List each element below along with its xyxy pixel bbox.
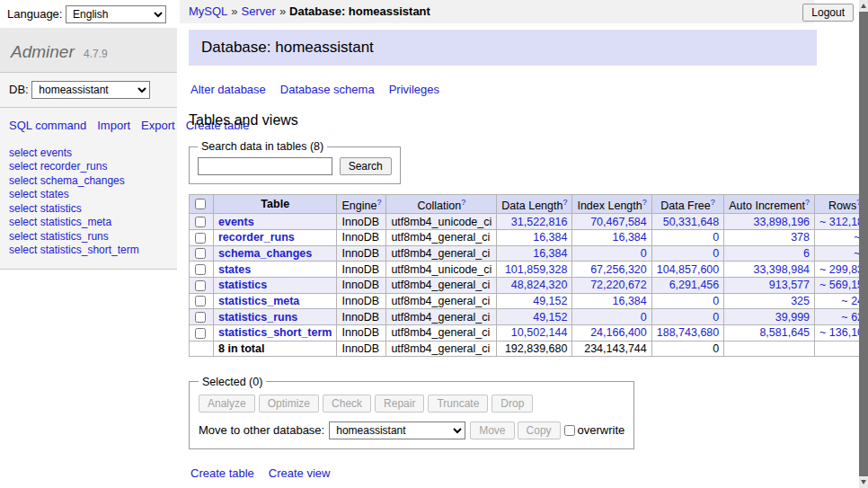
link-import[interactable]: Import	[97, 119, 130, 132]
help-icon[interactable]: ?	[805, 198, 810, 207]
index-length-link[interactable]: 16,384	[613, 295, 647, 307]
language-select[interactable]: English	[66, 5, 166, 23]
analyze-button[interactable]: Analyze	[199, 395, 255, 413]
data-length-link[interactable]: 101,859,328	[505, 263, 568, 276]
drop-button[interactable]: Drop	[492, 395, 533, 413]
data-free-link[interactable]: 50,331,648	[663, 216, 720, 228]
search-button[interactable]: Search	[340, 157, 392, 175]
data-length-link[interactable]: 49,152	[533, 311, 567, 324]
table-name-link[interactable]: events	[40, 146, 72, 159]
auto-increment-link[interactable]: 33,398,984	[753, 263, 810, 276]
link-sql-command[interactable]: SQL command	[9, 119, 86, 132]
auto-increment-link[interactable]: 913,577	[769, 279, 810, 291]
auto-increment-link[interactable]: 8,581,645	[759, 326, 810, 339]
link-create-table[interactable]: Create table	[190, 466, 254, 480]
link-create-view[interactable]: Create view	[269, 466, 331, 480]
table-link[interactable]: statistics_meta	[218, 295, 299, 307]
select-link[interactable]: select	[9, 216, 37, 228]
row-checkbox[interactable]	[195, 296, 206, 306]
repair-button[interactable]: Repair	[375, 395, 424, 413]
table-name-link[interactable]: recorder_runs	[40, 160, 108, 173]
index-length-link[interactable]: 16,384	[613, 231, 647, 244]
select-link[interactable]: select	[9, 202, 37, 215]
table-name-link[interactable]: states	[40, 188, 69, 200]
breadcrumb-mysql-link[interactable]: MySQL	[189, 4, 227, 18]
select-link[interactable]: select	[9, 244, 37, 256]
check-button[interactable]: Check	[323, 395, 371, 413]
help-icon[interactable]: ?	[376, 198, 381, 207]
help-icon[interactable]: ?	[711, 198, 715, 207]
select-all-checkbox[interactable]	[195, 199, 206, 209]
table-link[interactable]: recorder_runs	[218, 231, 295, 244]
overwrite-checkbox[interactable]	[564, 425, 575, 436]
select-link[interactable]: select	[9, 188, 37, 200]
truncate-button[interactable]: Truncate	[428, 395, 488, 413]
copy-button[interactable]: Copy	[518, 421, 561, 439]
auto-increment-link[interactable]: 6	[803, 247, 810, 260]
data-length-link[interactable]: 49,152	[533, 295, 567, 307]
data-free-link[interactable]: 188,743,680	[657, 326, 720, 339]
scrollbar-down-icon[interactable]	[861, 480, 866, 484]
table-name-link[interactable]: statistics_meta	[40, 216, 111, 228]
table-link[interactable]: statistics	[218, 279, 267, 291]
data-free-link[interactable]: 104,857,600	[657, 263, 720, 276]
link-export[interactable]: Export	[141, 119, 175, 132]
auto-increment-link[interactable]: 33,898,196	[753, 216, 810, 228]
logout-button[interactable]: Logout	[802, 4, 854, 22]
table-link[interactable]: states	[218, 263, 251, 276]
table-name-link[interactable]: statistics	[40, 202, 82, 215]
select-link[interactable]: select	[9, 160, 37, 173]
move-button[interactable]: Move	[470, 421, 514, 439]
table-link[interactable]: schema_changes	[218, 247, 312, 260]
link-alter-database[interactable]: Alter database	[190, 83, 266, 96]
help-icon[interactable]: ?	[642, 198, 647, 207]
scrollbar[interactable]	[859, 0, 868, 488]
auto-increment-link[interactable]: 325	[791, 295, 810, 307]
data-free-link[interactable]: 6,291,456	[669, 279, 720, 291]
help-icon[interactable]: ?	[461, 198, 465, 207]
table-link[interactable]: events	[218, 216, 254, 228]
index-length-link[interactable]: 24,166,400	[590, 326, 647, 339]
data-length-link[interactable]: 48,824,320	[511, 279, 568, 291]
row-checkbox[interactable]	[195, 217, 206, 227]
data-length-link[interactable]: 16,384	[533, 247, 567, 260]
table-link[interactable]: statistics_short_term	[218, 326, 332, 339]
row-checkbox[interactable]	[195, 312, 206, 323]
select-link[interactable]: select	[9, 146, 37, 159]
move-db-select[interactable]: homeassistant	[329, 421, 465, 439]
select-link[interactable]: select	[9, 230, 37, 243]
row-checkbox[interactable]	[195, 248, 206, 259]
breadcrumb-server-link[interactable]: Server	[242, 4, 276, 18]
index-length-link[interactable]: 72,220,672	[590, 279, 647, 291]
row-checkbox[interactable]	[195, 328, 206, 339]
link-privileges[interactable]: Privileges	[389, 83, 439, 96]
help-icon[interactable]: ?	[562, 198, 567, 207]
table-name-link[interactable]: schema_changes	[40, 174, 125, 187]
scrollbar-up-icon[interactable]	[861, 4, 866, 8]
index-length-link[interactable]: 0	[641, 311, 647, 324]
data-free-link[interactable]: 0	[713, 311, 719, 324]
optimize-button[interactable]: Optimize	[259, 395, 319, 413]
data-length-link[interactable]: 16,384	[533, 231, 567, 244]
search-input[interactable]	[198, 157, 332, 175]
table-link[interactable]: statistics_runs	[218, 311, 297, 324]
db-select[interactable]: homeassistant	[31, 81, 150, 99]
row-checkbox[interactable]	[195, 233, 206, 244]
data-length-link[interactable]: 10,502,144	[511, 326, 568, 339]
row-checkbox[interactable]	[195, 264, 206, 275]
data-free-link[interactable]: 0	[713, 247, 719, 260]
data-free-link[interactable]: 0	[713, 295, 719, 307]
row-checkbox[interactable]	[195, 280, 206, 291]
index-length-link[interactable]: 70,467,584	[590, 216, 647, 228]
data-length-link[interactable]: 31,522,816	[511, 216, 568, 228]
data-free-link[interactable]: 0	[713, 231, 719, 244]
scrollbar-thumb[interactable]	[859, 12, 868, 476]
table-name-link[interactable]: statistics_runs	[40, 230, 109, 243]
select-link[interactable]: select	[9, 174, 37, 187]
table-name-link[interactable]: statistics_short_term	[40, 244, 139, 256]
auto-increment-link[interactable]: 39,999	[775, 311, 810, 324]
index-length-link[interactable]: 0	[641, 247, 647, 260]
auto-increment-link[interactable]: 378	[791, 231, 810, 244]
index-length-link[interactable]: 67,256,320	[590, 263, 647, 276]
link-database-schema[interactable]: Database schema	[280, 83, 375, 96]
